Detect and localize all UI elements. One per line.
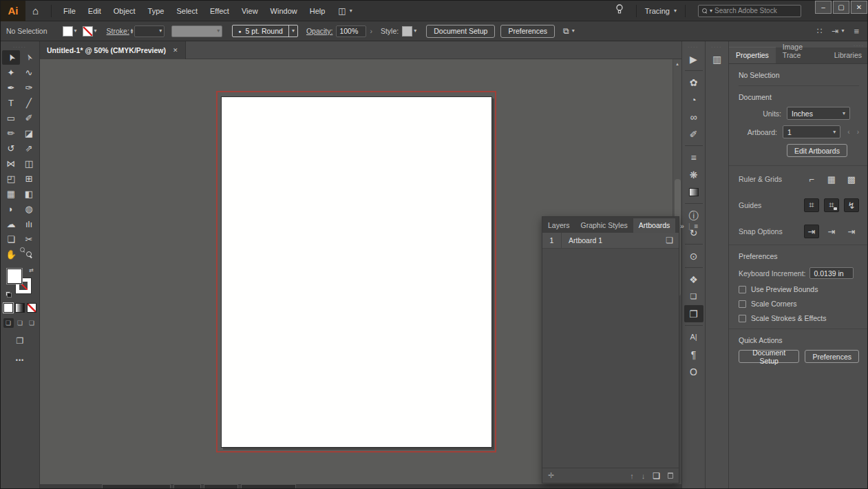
gradient-panel-icon[interactable] [684, 183, 703, 200]
draw-inside-mode-button[interactable]: ❏ [27, 318, 37, 328]
zoom-tool[interactable] [20, 247, 38, 262]
menu-object[interactable]: Object [107, 7, 142, 15]
stroke-weight-label[interactable]: Stroke: [107, 27, 129, 35]
checkbox-box[interactable] [739, 315, 746, 322]
paragraph-panel-icon[interactable]: ¶ [684, 346, 703, 363]
minimize-button[interactable]: – [815, 1, 832, 14]
checkbox-box[interactable] [739, 300, 746, 308]
workspace-switcher[interactable]: Tracing ▾ [642, 7, 679, 15]
hand-tool[interactable]: ✋ [2, 247, 20, 262]
scale-strokes-effects-checkbox[interactable]: Scale Strokes & Effects [739, 314, 859, 322]
paintbrush-tool[interactable]: ✐ [20, 111, 38, 125]
magic-wand-tool[interactable]: ✦ [2, 65, 20, 80]
shape-builder-tool[interactable]: ◰ [2, 171, 20, 186]
blend-tool[interactable]: ◍ [20, 202, 38, 216]
document-setup-button[interactable]: Document Setup [426, 25, 495, 38]
stroke-panel-icon[interactable]: ≡ [684, 149, 703, 166]
asset-export-panel-icon[interactable]: ❏ [684, 288, 703, 305]
menu-effect[interactable]: Effect [204, 7, 235, 15]
use-preview-bounds-checkbox[interactable]: Use Preview Bounds [739, 285, 859, 293]
next-artboard-button[interactable]: › [857, 128, 859, 136]
snap-to-point-icon[interactable]: ⇥ [804, 225, 819, 238]
home-icon[interactable]: ⌂ [25, 5, 45, 17]
screen-mode-button[interactable]: ❐ [1, 336, 39, 346]
scroll-up-icon[interactable]: ▴ [676, 59, 679, 69]
selection-tool[interactable]: ➤ [2, 50, 20, 65]
brushes-panel-icon[interactable]: ✐ [684, 125, 703, 143]
width-tool[interactable]: ⋈ [2, 156, 20, 171]
artboard-nav-box[interactable] [204, 484, 238, 489]
transparency-panel-icon[interactable]: ⊙ [684, 247, 703, 264]
lock-guides-icon[interactable]: ⌗ [824, 198, 839, 212]
color-button[interactable] [3, 303, 13, 313]
panel-menu-icon[interactable]: ≡ [695, 222, 699, 230]
gradient-tool[interactable]: ◧ [20, 187, 38, 201]
panel-drag-handle[interactable]: ∙∙∙∙∙ [1, 41, 39, 50]
more-tools-icon[interactable]: ⧉ ▾ [563, 26, 575, 36]
actions-panel-icon[interactable]: ▶ [684, 50, 703, 67]
default-fill-stroke-icon[interactable] [6, 291, 12, 298]
mesh-tool[interactable]: ▦ [2, 187, 20, 201]
color-panel-icon[interactable]: ✿ [684, 74, 703, 91]
menu-select[interactable]: Select [170, 7, 204, 15]
gradient-button[interactable] [15, 303, 25, 313]
fill-swatch[interactable] [63, 26, 73, 37]
draw-behind-mode-button[interactable]: ❏ [15, 318, 25, 328]
layers-panel-icon[interactable]: ❖ [684, 271, 703, 288]
edit-toolbar-button[interactable]: ••• [1, 357, 39, 364]
dock-drag-handle[interactable]: ∙∙∙∙ [706, 41, 728, 50]
pencil-tool[interactable]: ✏ [2, 126, 20, 141]
close-button[interactable]: ✕ [851, 1, 867, 14]
pen-tool[interactable]: ✒ [2, 81, 20, 95]
eraser-tool[interactable]: ◪ [20, 126, 38, 141]
scale-corners-checkbox[interactable]: Scale Corners [739, 300, 859, 308]
artboard-tool[interactable]: ❏ [2, 232, 20, 247]
opacity-field[interactable]: 100% [336, 25, 366, 37]
image-trace-panel-icon[interactable]: ▥ [708, 50, 727, 67]
quick-document-setup-button[interactable]: Document Setup [739, 350, 799, 363]
opentype-panel-icon[interactable]: O [684, 363, 703, 380]
tab-graphic-styles[interactable]: Graphic Styles [575, 218, 633, 233]
tab-image-trace[interactable]: Image Trace [776, 39, 827, 63]
artboards-panel-icon[interactable]: ❐ [684, 305, 703, 322]
none-button[interactable] [27, 303, 36, 313]
artboard-name[interactable]: Artboard 1 [562, 236, 666, 244]
brush-definition-dropdown[interactable]: ● 5 pt. Round ▾ [232, 25, 298, 37]
character-panel-icon[interactable]: A| [684, 329, 703, 346]
curvature-tool[interactable]: ✑ [20, 81, 38, 95]
checkbox-box[interactable] [739, 286, 746, 293]
style-swatch[interactable] [402, 26, 412, 37]
stroke-color-control[interactable]: ▾ [83, 26, 97, 37]
control-menu-icon[interactable]: ≡ [854, 26, 859, 37]
stroke-weight-stepper[interactable]: ▴ ▾ [131, 28, 134, 34]
search-input[interactable] [714, 7, 797, 14]
stock-search-box[interactable]: ▾ [698, 5, 801, 17]
snap-options-icon[interactable]: ⇥ ▾ [832, 26, 844, 36]
units-dropdown[interactable]: Inches ▾ [787, 107, 850, 120]
perspective-grid-tool[interactable]: ⊞ [20, 171, 38, 186]
info-panel-icon[interactable]: ⓘ [684, 207, 703, 224]
quick-preferences-button[interactable]: Preferences [805, 350, 859, 363]
tab-properties[interactable]: Properties [729, 47, 776, 63]
smart-guides-icon[interactable]: ↯ [844, 198, 859, 212]
rotate-tool[interactable]: ↺ [2, 141, 20, 156]
align-dots-icon[interactable]: ∷ [817, 26, 823, 36]
graphic-style-control[interactable]: ▾ [402, 26, 416, 37]
snap-to-grid-icon[interactable]: ⇥ [824, 225, 839, 238]
rearrange-artboards-icon[interactable]: ✛ [548, 471, 554, 480]
show-transparency-grid-icon[interactable]: ▩ [844, 172, 859, 186]
expand-panel-icon[interactable]: » [680, 222, 684, 230]
fill-color-control[interactable]: ▾ [63, 26, 77, 37]
stroke-weight-dropdown[interactable]: ▾ [134, 25, 165, 37]
menu-view[interactable]: View [235, 7, 264, 15]
opacity-flyout-icon[interactable]: › [370, 27, 372, 35]
menu-file[interactable]: File [57, 7, 82, 15]
direct-selection-tool[interactable]: ➢ [20, 50, 38, 65]
type-tool[interactable]: T [2, 96, 20, 110]
artboard-nav-prev-box[interactable] [173, 484, 201, 489]
links-panel-icon[interactable]: ∞ [684, 108, 703, 125]
show-rulers-icon[interactable]: ⌐ [804, 172, 819, 186]
snap-to-pixel-icon[interactable]: ⇥ [844, 225, 859, 238]
tab-artboards[interactable]: Artboards [633, 218, 676, 233]
close-tab-icon[interactable]: ✕ [173, 47, 178, 54]
